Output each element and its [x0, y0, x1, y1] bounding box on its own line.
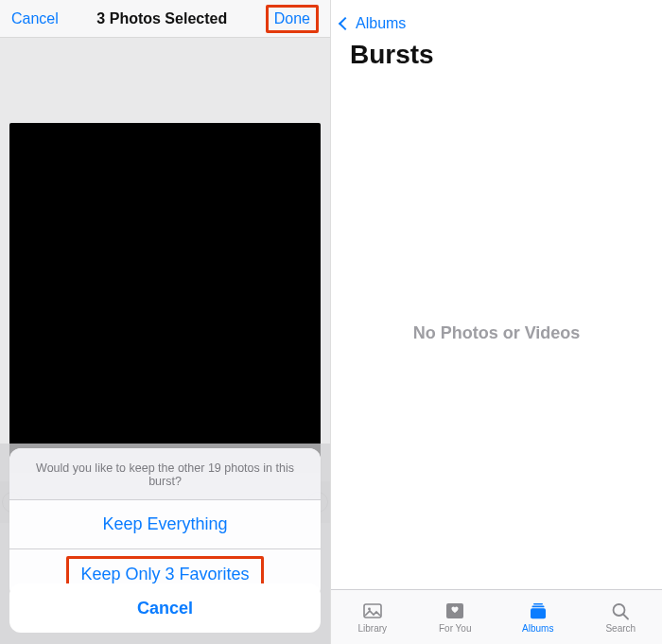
- tab-bar: Library For You Albums Search: [331, 589, 662, 644]
- svg-line-7: [623, 615, 628, 619]
- selection-nav-bar: Cancel 3 Photos Selected Done: [0, 0, 330, 38]
- phone-left: Cancel 3 Photos Selected Done Would you …: [0, 0, 331, 644]
- keep-everything-button[interactable]: Keep Everything: [9, 500, 321, 549]
- library-icon: [361, 600, 384, 621]
- page-title: Bursts: [340, 38, 649, 78]
- foryou-icon: [444, 600, 466, 621]
- done-button-wrap[interactable]: Done: [266, 5, 319, 33]
- tab-albums[interactable]: Albums: [496, 590, 580, 644]
- sheet-cancel-button[interactable]: Cancel: [9, 583, 321, 633]
- cancel-button[interactable]: Cancel: [11, 10, 59, 27]
- tab-label: For You: [439, 623, 471, 634]
- tab-label: Search: [605, 623, 636, 634]
- albums-icon: [527, 600, 549, 621]
- chevron-left-icon: [339, 17, 352, 30]
- bursts-header: Albums Bursts: [331, 0, 662, 78]
- tab-foryou[interactable]: For You: [414, 590, 497, 644]
- search-icon: [609, 600, 632, 621]
- back-label: Albums: [356, 15, 406, 32]
- sheet-message: Would you like to keep the other 19 phot…: [9, 448, 321, 500]
- tab-label: Albums: [522, 623, 553, 634]
- album-body: No Photos or Videos: [331, 78, 662, 589]
- svg-rect-5: [531, 608, 546, 618]
- action-sheet: Would you like to keep the other 19 phot…: [9, 448, 321, 599]
- svg-rect-4: [531, 606, 544, 608]
- svg-rect-3: [533, 603, 543, 605]
- tab-search[interactable]: Search: [580, 590, 663, 644]
- svg-rect-0: [364, 604, 381, 618]
- done-button[interactable]: Done: [266, 5, 319, 33]
- tab-library[interactable]: Library: [331, 590, 414, 644]
- back-button[interactable]: Albums: [340, 9, 649, 38]
- tab-label: Library: [357, 623, 387, 634]
- burst-photo[interactable]: [9, 123, 321, 473]
- nav-title: 3 Photos Selected: [96, 10, 227, 27]
- action-sheet-cancel-group: Cancel: [9, 583, 321, 633]
- svg-point-1: [368, 608, 371, 611]
- empty-state-text: No Photos or Videos: [413, 323, 581, 343]
- phone-right: Albums Bursts No Photos or Videos Librar…: [331, 0, 662, 644]
